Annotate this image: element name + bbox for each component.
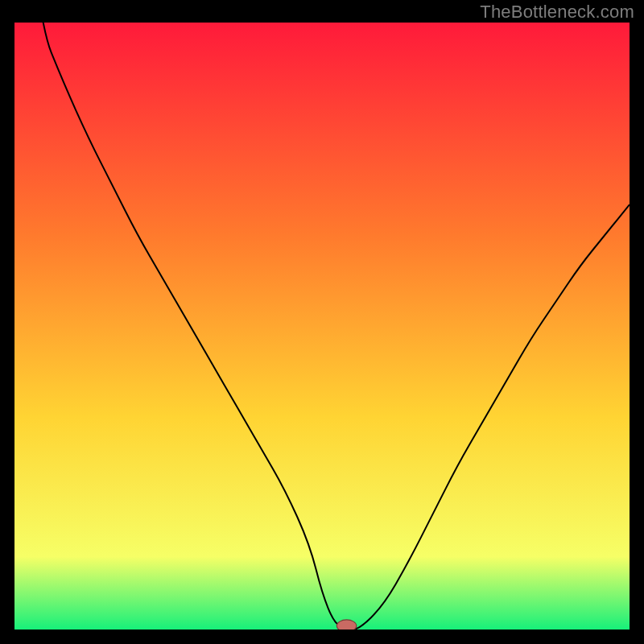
watermark-text: TheBottleneck.com	[480, 2, 634, 23]
plot-area	[14, 23, 630, 630]
chart-frame: TheBottleneck.com	[0, 0, 644, 644]
optimal-marker	[336, 620, 356, 630]
gradient-background	[14, 23, 630, 630]
chart-svg	[14, 23, 630, 630]
